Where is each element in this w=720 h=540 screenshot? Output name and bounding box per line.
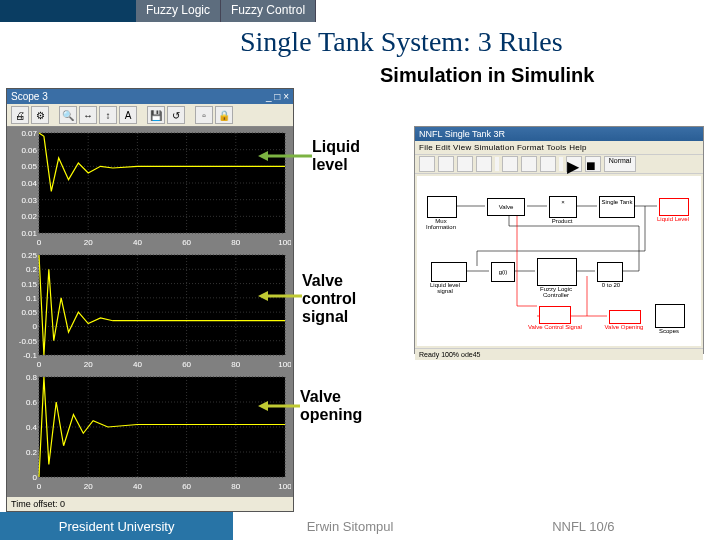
print-icon[interactable] — [476, 156, 492, 172]
page-title: Single Tank System: 3 Rules — [0, 22, 720, 60]
plot-valve-opening: 00.20.40.60.8020406080100 — [9, 373, 291, 491]
svg-text:60: 60 — [182, 360, 191, 369]
svg-text:0.02: 0.02 — [21, 212, 37, 221]
params-icon[interactable]: ⚙ — [31, 106, 49, 124]
svg-text:20: 20 — [84, 238, 93, 247]
simulink-statusbar: Ready 100% ode45 — [415, 348, 703, 360]
sep — [495, 157, 499, 171]
arrow-valve-control — [258, 290, 302, 302]
block-gain[interactable]: g(i) — [491, 262, 515, 282]
open-icon[interactable] — [438, 156, 454, 172]
block-liquid-out[interactable] — [659, 198, 689, 216]
svg-text:80: 80 — [231, 482, 240, 491]
tab-fuzzy-control[interactable]: Fuzzy Control — [221, 0, 316, 22]
simulink-titlebar[interactable]: NNFL Single Tank 3R — [415, 127, 703, 141]
play-icon[interactable]: ▶ — [566, 156, 582, 172]
scope-toolbar: 🖨 ⚙ 🔍 ↔ ↕ A 💾 ↺ ▫ 🔒 — [7, 104, 293, 127]
block-scopes[interactable] — [655, 304, 685, 328]
footer-right: NNFL 10/6 — [467, 512, 720, 540]
svg-text:100: 100 — [278, 482, 291, 491]
plot-valve-control: -0.1-0.0500.050.10.150.20.25020406080100 — [9, 251, 291, 369]
block-fuzzy[interactable] — [537, 258, 577, 286]
normal-mode[interactable]: Normal — [604, 156, 636, 172]
svg-text:0.01: 0.01 — [21, 229, 37, 238]
scope-titlebar[interactable]: Scope 3 _ □ × — [7, 89, 293, 104]
lbl-sat: 0 to 20 — [591, 282, 631, 288]
block-product[interactable]: × — [549, 196, 577, 218]
save-icon[interactable]: 💾 — [147, 106, 165, 124]
svg-text:0: 0 — [37, 360, 42, 369]
svg-text:0.15: 0.15 — [21, 280, 37, 289]
lock-icon[interactable]: 🔒 — [215, 106, 233, 124]
annot-liquid-level: Liquid level — [312, 138, 360, 174]
svg-text:0.06: 0.06 — [21, 146, 37, 155]
svg-text:40: 40 — [133, 360, 142, 369]
new-icon[interactable] — [419, 156, 435, 172]
window-controls[interactable]: _ □ × — [266, 91, 289, 102]
paste-icon[interactable] — [540, 156, 556, 172]
cut-icon[interactable] — [502, 156, 518, 172]
tab-fuzzy-logic[interactable]: Fuzzy Logic — [136, 0, 221, 22]
svg-text:0.6: 0.6 — [26, 398, 38, 407]
scope-plots: 0.010.020.030.040.050.060.07020406080100… — [7, 127, 293, 497]
stop-icon[interactable]: ■ — [585, 156, 601, 172]
block-mux[interactable] — [427, 196, 457, 218]
svg-marker-82 — [258, 291, 268, 301]
simulink-menubar[interactable]: File Edit View Simulation Format Tools H… — [415, 141, 703, 155]
page-subtitle: Simulation in Simulink — [0, 60, 720, 91]
svg-text:0.07: 0.07 — [21, 129, 37, 138]
lbl-liquid: Liquid Level — [653, 216, 693, 222]
sep — [559, 157, 563, 171]
svg-text:0.8: 0.8 — [26, 373, 38, 382]
lbl-vopen: Valve Opening — [601, 324, 647, 330]
simulink-toolbar: ▶ ■ Normal — [415, 155, 703, 174]
print-icon[interactable]: 🖨 — [11, 106, 29, 124]
plot-liquid-level: 0.010.020.030.040.050.060.07020406080100 — [9, 129, 291, 247]
copy-icon[interactable] — [521, 156, 537, 172]
restore-icon[interactable]: ↺ — [167, 106, 185, 124]
block-vopen[interactable] — [609, 310, 641, 324]
float-icon[interactable]: ▫ — [195, 106, 213, 124]
block-setpoint[interactable] — [431, 262, 467, 282]
lbl-scopes: Scopes — [649, 328, 689, 334]
simulink-window: NNFL Single Tank 3R File Edit View Simul… — [414, 126, 704, 354]
svg-text:40: 40 — [133, 482, 142, 491]
svg-rect-27 — [39, 255, 285, 355]
svg-text:0.2: 0.2 — [26, 265, 38, 274]
save-icon[interactable] — [457, 156, 473, 172]
sep — [187, 107, 193, 123]
lbl-mux: Mux Information — [421, 218, 461, 230]
svg-text:60: 60 — [182, 238, 191, 247]
autoscale-icon[interactable]: A — [119, 106, 137, 124]
block-valve[interactable]: Valve — [487, 198, 525, 216]
arrow-valve-opening — [258, 400, 300, 412]
scope-window: Scope 3 _ □ × 🖨 ⚙ 🔍 ↔ ↕ A 💾 ↺ ▫ 🔒 0.010.… — [6, 88, 294, 512]
tab-pad — [0, 0, 136, 22]
svg-text:0: 0 — [33, 322, 38, 331]
svg-text:0: 0 — [33, 473, 38, 482]
block-sat[interactable] — [597, 262, 623, 282]
lbl-vcs: Valve Control Signal — [525, 324, 585, 330]
simulink-canvas[interactable]: Mux Information Valve × Product Single T… — [417, 176, 701, 346]
footer-mid: Erwin Sitompul — [233, 512, 466, 540]
block-vcs[interactable] — [539, 306, 571, 324]
svg-text:-0.05: -0.05 — [19, 337, 38, 346]
footer-left: President University — [0, 512, 233, 540]
svg-text:0.25: 0.25 — [21, 251, 37, 260]
sep — [51, 107, 57, 123]
svg-text:0.2: 0.2 — [26, 448, 38, 457]
zoom-in-icon[interactable]: 🔍 — [59, 106, 77, 124]
zoom-x-icon[interactable]: ↔ — [79, 106, 97, 124]
svg-text:20: 20 — [84, 482, 93, 491]
svg-text:0.1: 0.1 — [26, 294, 38, 303]
svg-text:0: 0 — [37, 238, 42, 247]
svg-marker-84 — [258, 401, 268, 411]
svg-text:40: 40 — [133, 238, 142, 247]
svg-marker-80 — [258, 151, 268, 161]
zoom-y-icon[interactable]: ↕ — [99, 106, 117, 124]
svg-text:80: 80 — [231, 360, 240, 369]
svg-text:0.04: 0.04 — [21, 179, 37, 188]
footer: President University Erwin Sitompul NNFL… — [0, 512, 720, 540]
block-tank[interactable]: Single Tank — [599, 196, 635, 218]
svg-text:-0.1: -0.1 — [23, 351, 37, 360]
